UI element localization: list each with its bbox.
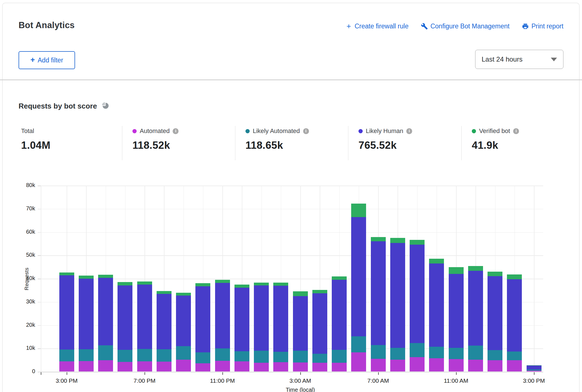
bar-segment-automated	[273, 362, 288, 371]
bar-segment-likely-automated	[410, 343, 425, 357]
configure-bot-management-label: Configure Bot Management	[430, 22, 509, 30]
bar-segment-automated	[429, 358, 444, 371]
bar-segment-automated	[312, 363, 327, 371]
bar-segment-likely-human	[118, 285, 132, 350]
bar-segment-likely-automated	[59, 350, 74, 361]
bar-1-00-pm[interactable]	[488, 272, 502, 371]
bar-3-00-pm[interactable]	[527, 365, 542, 371]
bar-11-00-am[interactable]	[449, 267, 464, 371]
bar-segment-likely-human	[273, 286, 288, 352]
bar-segment-verified-bot	[273, 283, 288, 286]
bar-segment-likely-automated	[176, 346, 191, 360]
bar-segment-verified-bot	[195, 283, 210, 287]
bar-8-00-am[interactable]	[390, 238, 405, 371]
bar-4-00-pm[interactable]	[79, 276, 94, 371]
bar-segment-likely-automated	[137, 349, 152, 361]
bar-segment-likely-human	[468, 271, 483, 346]
bar-segment-verified-bot	[488, 272, 502, 276]
bar-segment-verified-bot	[176, 293, 191, 296]
stat-verified-bot: Verified boti41.9k	[461, 126, 570, 160]
stat-value: 765.52k	[358, 139, 461, 151]
bar-5-00-pm[interactable]	[98, 275, 113, 371]
section-title: Requests by bot score	[19, 102, 97, 111]
bar-10-00-am[interactable]	[429, 259, 444, 371]
info-icon[interactable]: i	[303, 128, 309, 134]
stat-label: Likely Automated	[253, 127, 300, 135]
time-range-dropdown[interactable]: Last 24 hours	[475, 50, 563, 69]
stat-label: Likely Human	[366, 127, 403, 135]
bar-12-00-pm[interactable]	[468, 266, 483, 371]
bar-segment-likely-automated	[351, 336, 366, 352]
bar-segment-automated	[410, 357, 425, 371]
printer-icon	[522, 23, 529, 30]
create-firewall-rule-link[interactable]: Create firewall rule	[346, 22, 409, 30]
info-icon[interactable]: i	[406, 128, 412, 134]
bar-segment-likely-human	[429, 263, 444, 347]
stat-label: Total	[21, 127, 34, 135]
bar-segment-verified-bot	[79, 276, 94, 279]
bar-6-00-am[interactable]	[351, 204, 366, 371]
bar-segment-likely-human	[137, 285, 152, 349]
bar-segment-likely-human	[98, 278, 113, 346]
bar-segment-likely-human	[79, 279, 94, 350]
bar-10-00-pm[interactable]	[195, 283, 210, 371]
bar-segment-likely-human	[410, 245, 425, 343]
bar-segment-likely-automated	[157, 349, 172, 362]
bar-segment-likely-automated	[293, 351, 308, 362]
add-filter-button[interactable]: + Add filter	[19, 51, 75, 69]
configure-bot-management-link[interactable]: Configure Bot Management	[421, 22, 509, 30]
bar-2-00-am[interactable]	[273, 283, 288, 371]
bar-segment-likely-human	[371, 241, 386, 345]
bar-segment-verified-bot	[507, 274, 522, 279]
bar-9-00-am[interactable]	[410, 240, 425, 371]
bar-segment-automated	[351, 352, 366, 371]
bar-segment-automated	[254, 363, 269, 371]
bar-segment-automated	[293, 362, 308, 371]
plus-icon	[346, 23, 352, 30]
print-report-link[interactable]: Print report	[522, 22, 563, 30]
bar-segment-verified-bot	[59, 272, 74, 276]
bar-segment-automated	[390, 360, 405, 371]
bar-segment-automated	[488, 360, 502, 371]
bar-11-00-pm[interactable]	[215, 280, 230, 371]
bar-4-00-am[interactable]	[312, 290, 327, 371]
stat-value: 1.04M	[21, 139, 122, 151]
bar-segment-verified-bot	[468, 266, 483, 271]
bar-segment-verified-bot	[293, 291, 308, 296]
pie-chart-icon	[101, 102, 109, 111]
bar-segment-likely-human	[449, 274, 464, 348]
bar-segment-likely-automated	[118, 350, 132, 362]
header-actions: Create firewall rule Configure Bot Manag…	[346, 22, 563, 30]
bar-segment-likely-automated	[429, 347, 444, 358]
bar-segment-automated	[176, 360, 191, 371]
bar-3-00-am[interactable]	[293, 291, 308, 371]
bar-7-00-pm[interactable]	[137, 281, 152, 371]
bar-2-00-pm[interactable]	[507, 274, 522, 371]
bar-segment-likely-automated	[79, 349, 94, 361]
bar-segment-automated	[59, 361, 74, 371]
bar-segment-automated	[234, 361, 249, 371]
bar-segment-likely-human	[157, 294, 172, 349]
legend-dot	[472, 129, 476, 133]
bar-5-00-am[interactable]	[332, 276, 347, 371]
bar-3-00-pm[interactable]	[59, 272, 74, 371]
legend-dot	[358, 129, 363, 133]
info-icon[interactable]: i	[173, 128, 179, 134]
stats-row: Total1.04MAutomatedi118.52kLikely Automa…	[19, 126, 570, 160]
bar-1-00-am[interactable]	[254, 283, 269, 371]
bar-6-00-pm[interactable]	[118, 282, 132, 371]
bar-segment-likely-automated	[488, 350, 502, 360]
bar-segment-likely-automated	[371, 345, 386, 359]
bar-12-00-am[interactable]	[234, 285, 249, 372]
header-divider	[0, 80, 582, 80]
bar-segment-verified-bot	[98, 275, 113, 278]
stat-value: 118.52k	[132, 139, 235, 151]
bar-9-00-pm[interactable]	[176, 293, 191, 371]
bar-8-00-pm[interactable]	[157, 291, 172, 371]
bar-segment-verified-bot	[312, 290, 327, 293]
bar-segment-automated	[371, 359, 386, 372]
bar-7-00-am[interactable]	[371, 237, 386, 371]
create-firewall-rule-label: Create firewall rule	[355, 22, 409, 30]
bar-segment-likely-automated	[332, 350, 347, 363]
info-icon[interactable]: i	[513, 128, 519, 134]
